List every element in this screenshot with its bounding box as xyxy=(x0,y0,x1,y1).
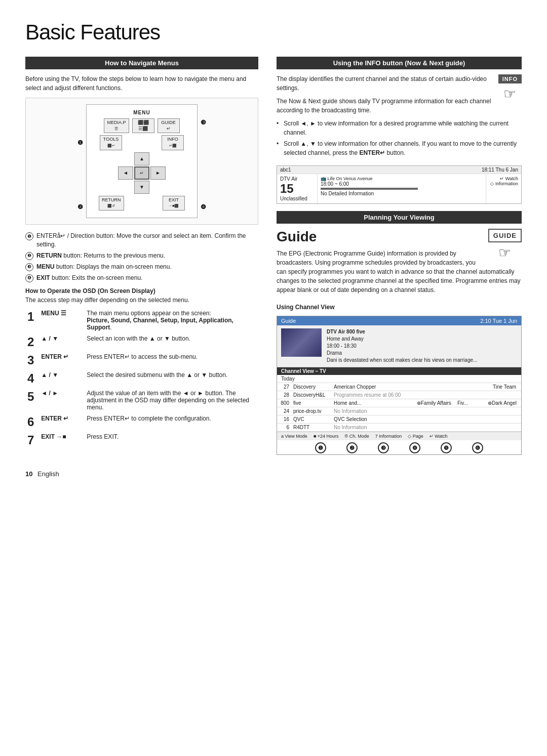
remote-label-3: ❸ xyxy=(201,119,206,126)
cv-footer-item-3: ® Ch. Mode xyxy=(345,434,369,439)
osd-key-7: EXIT →■ xyxy=(39,431,85,449)
osd-key-3: ENTER ↵ xyxy=(39,351,85,369)
cv-footer-item-1: a View Mode xyxy=(281,434,307,439)
cv-prog-27-2 xyxy=(450,383,491,391)
info-button-diagram: INFO ☞ xyxy=(498,74,522,102)
cv-channel-row-24: 24 price-drop.tv No Information xyxy=(277,407,521,415)
cv-prog-28-1: Programmes resume at 06:00 xyxy=(332,391,450,399)
right-column: Using the INFO button (Now & Next guide)… xyxy=(277,57,522,455)
bullet-num-2: ❷ xyxy=(25,252,33,260)
osd-key-4: ▲ / ▼ xyxy=(39,369,85,388)
cv-prog-28-3 xyxy=(491,391,521,399)
bullet-num-4: ❹ xyxy=(25,274,33,282)
page-footer: 10 English xyxy=(25,470,522,478)
osd-desc-6: Press ENTER↵ to complete the configurati… xyxy=(85,413,258,431)
osd-desc-7: Press EXIT. xyxy=(85,431,258,449)
nn-watch-label: ↵ Watch xyxy=(489,176,518,181)
cv-ch-num-28: 28 xyxy=(277,391,291,399)
cv-footer-num-6: ❻ xyxy=(472,442,483,453)
bullet-num-3: ❸ xyxy=(25,263,33,271)
info-bullet-1: Scroll ◄, ► to view information for a de… xyxy=(277,119,522,137)
dpad: ▲ ◄ ↵ ► ▼ xyxy=(118,152,166,194)
osd-key-6: ENTER ↵ xyxy=(39,413,85,431)
cv-preview-area: DTV Air 800 five Home and Away 18:00 - 1… xyxy=(277,325,521,367)
cv-prog-16-3 xyxy=(491,415,521,423)
bullet-1: ❶ ENTERå↵ / Direction button: Move the c… xyxy=(25,232,258,249)
osd-row-4: 4 ▲ / ▼ Select the desired submenu with … xyxy=(25,369,258,388)
cv-prog-24-2 xyxy=(450,407,491,415)
nn-screen-header: abc1 18:11 Thu 6 Jan xyxy=(277,166,521,174)
osd-row-6: 6 ENTER ↵ Press ENTER↵ to complete the c… xyxy=(25,413,258,431)
osd-key-5: ◄ / ► xyxy=(39,388,85,413)
osd-key-2: ▲ / ▼ xyxy=(39,333,85,351)
planning-header: Planning Your Viewing xyxy=(277,211,522,224)
cv-prog-800-1: Home and... xyxy=(332,399,415,407)
nn-classification: Unclassified xyxy=(280,196,314,201)
osd-key-1: MENU ☰ xyxy=(39,308,85,333)
hand-guide-icon: ☞ xyxy=(488,244,522,261)
cv-prog-16-2 xyxy=(450,415,491,423)
cv-ch-num-800: 800 xyxy=(277,399,291,407)
osd-row-2: 2 ▲ / ▼ Select an icon with the ▲ or ▼ b… xyxy=(25,333,258,351)
remote-label-1: ❶ xyxy=(77,139,83,146)
osd-table: 1 MENU ☰ The main menu options appear on… xyxy=(25,308,258,449)
exit-btn-remote: EXIT→■⬛ xyxy=(163,196,185,211)
navigate-menus-intro: Before using the TV, follow the steps be… xyxy=(25,74,258,93)
osd-num-6: 6 xyxy=(25,413,39,431)
cv-footer-item-5: ◇ Page xyxy=(408,434,423,439)
cv-channel-row-28: 28 DiscoveryH&L Programmes resume at 06:… xyxy=(277,391,521,399)
bullet-text-4: EXIT button: Exits the on-screen menu. xyxy=(36,274,142,282)
osd-desc-1: The main menu options appear on the scre… xyxy=(85,308,258,333)
info-bullets: Scroll ◄, ► to view information for a de… xyxy=(277,119,522,157)
nn-channel-info: DTV Air 15 Unclassified xyxy=(277,174,318,203)
cv-ch-name-800: five xyxy=(291,399,332,407)
nn-info-label: ◇ Information xyxy=(489,181,518,186)
cv-footer-item-2: ■ +24 Hours xyxy=(314,434,339,439)
hand-pointing-icon: ☞ xyxy=(498,86,522,102)
cv-dtv-info: DTV Air 800 five xyxy=(327,329,365,334)
nn-programme-icon: 📺 Life On Venus Avenue xyxy=(321,176,483,181)
page-language: English xyxy=(37,470,59,478)
nn-time-range: 18:00 ~ 6:00 xyxy=(321,181,483,187)
dpad-right: ► xyxy=(150,166,166,180)
cv-guide-label: Guide xyxy=(281,318,296,324)
osd-num-4: 4 xyxy=(25,369,39,388)
info-btn-remote: INFO↵⬛ xyxy=(162,135,184,150)
nn-no-detail: No Detailed Information xyxy=(321,191,483,196)
cv-footer-num-1: ❶ xyxy=(315,442,326,453)
media-p-btn: MEDIA.P☰ xyxy=(104,118,129,133)
channel-view-title: Using Channel View xyxy=(277,304,522,311)
nn-programme-name: Life On Venus Avenue xyxy=(328,176,373,181)
navigate-menus-header: How to Navigate Menus xyxy=(25,57,258,69)
guide-btn-label: GUIDE xyxy=(488,229,522,242)
info-btn-label: INFO xyxy=(498,74,522,83)
cv-footer-item-6: ↵ Watch xyxy=(429,434,448,439)
cv-show-title: Home and Away xyxy=(327,335,477,343)
dpad-down: ▼ xyxy=(134,181,149,194)
cv-prog-800-4: ⊕Dark Angel xyxy=(486,399,521,407)
cv-ch-name-6: R4DTT xyxy=(291,424,332,431)
left-column: How to Navigate Menus Before using the T… xyxy=(25,57,258,455)
nn-progress-bar xyxy=(321,188,418,190)
bullet-3: ❸ MENU button: Displays the main on-scre… xyxy=(25,263,258,271)
cv-section-label: Channel View – TV xyxy=(277,367,521,375)
osd-num-7: 7 xyxy=(25,431,39,449)
osd-desc-4: Select the desired submenu with the ▲ or… xyxy=(85,369,258,388)
dpad-up: ▲ xyxy=(134,152,149,165)
cv-prog-27-3: Tine Team xyxy=(491,383,521,391)
info-section-body: INFO ☞ The display identifies the curren… xyxy=(277,74,522,161)
osd-row-7: 7 EXIT →■ Press EXIT. xyxy=(25,431,258,449)
cv-ch-num-24: 24 xyxy=(277,407,291,415)
cv-channel-row-16: 16 QVC QVC Selection xyxy=(277,415,521,424)
info-bullet-2: Scroll ▲, ▼ to view information for othe… xyxy=(277,139,522,157)
remote-label-4: ❹ xyxy=(201,203,206,211)
cv-prog-6-3 xyxy=(491,424,521,431)
cv-show-time: 18:00 - 18:30 xyxy=(327,343,477,350)
cv-prog-27-1: American Chopper xyxy=(332,383,450,391)
guide-title: Guide xyxy=(277,229,522,245)
bullet-text-2: RETURN button: Returns to the previous m… xyxy=(36,251,165,260)
nn-action-buttons: ↵ Watch ◇ Information xyxy=(486,174,521,203)
cv-prog-24-1: No Information xyxy=(332,407,450,415)
osd-desc-5: Adjust the value of an item with the ◄ o… xyxy=(85,388,258,413)
nn-timestamp: 18:11 Thu 6 Jan xyxy=(482,167,518,173)
